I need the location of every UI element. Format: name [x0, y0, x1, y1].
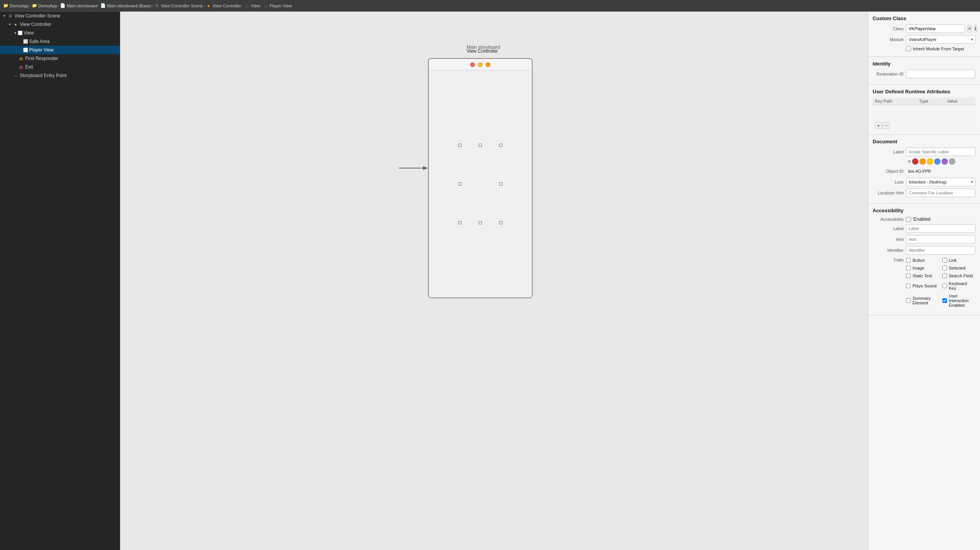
swatch-blue[interactable] [934, 158, 940, 165]
lock-select[interactable]: Inherited - (Nothing) [906, 178, 975, 186]
custom-class-section: Custom Class Class ✕ ℹ Module VideoKitPl… [868, 12, 980, 57]
handle-mr[interactable] [499, 182, 502, 186]
tree-item-exit[interactable]: ▾ ⊗ Exit [0, 63, 120, 71]
inherit-checkbox[interactable] [906, 46, 911, 51]
identity-section: Identity Restoration ID [868, 57, 980, 85]
localizer-hint-input[interactable] [906, 189, 975, 197]
trait-summary-element-checkbox[interactable] [906, 298, 911, 303]
tree-item-first-responder[interactable]: ▾ ⊛ First Responder [0, 54, 120, 63]
trait-keyboard-key-checkbox[interactable] [942, 284, 947, 288]
breadcrumb-item-4[interactable]: ⊞ View Controller Scene [154, 3, 203, 9]
breadcrumb-sep-6: › [261, 3, 262, 8]
trait-image: Image [906, 266, 939, 270]
view-icon-0: □ [244, 3, 250, 9]
trait-static-text-checkbox[interactable] [906, 273, 911, 278]
traffic-red [470, 62, 475, 67]
user-defined-section: User Defined Runtime Attributes Key Path… [868, 85, 980, 135]
breadcrumb-label-0: DemoApp [10, 3, 29, 8]
breadcrumb-item-1[interactable]: 📁 DemoApp [32, 3, 57, 9]
identity-title: Identity [873, 61, 975, 67]
iphone-frame[interactable] [428, 58, 533, 298]
breadcrumb-item-0[interactable]: 📁 DemoApp [3, 3, 29, 9]
handle-tl[interactable] [458, 144, 461, 147]
doc-label-input[interactable] [906, 148, 975, 156]
acc-label-row: Label [873, 224, 975, 233]
breadcrumb-item-3[interactable]: 📄 Main.storyboard (Base) [100, 3, 151, 9]
tree-item-entry-point[interactable]: ▾ → Storyboard Entry Point [0, 71, 120, 80]
entry-arrow [399, 165, 428, 172]
add-attribute-btn[interactable]: + [875, 122, 882, 129]
trait-keyboard-key: Keyboard Key [942, 281, 976, 290]
class-info-btn[interactable]: ℹ [974, 25, 977, 33]
swatch-gray[interactable] [949, 158, 955, 165]
col-key-path: Key Path [873, 98, 917, 105]
acc-identifier-input[interactable] [906, 246, 975, 254]
handle-bm[interactable] [479, 221, 482, 224]
trait-user-interaction-checkbox[interactable] [942, 298, 947, 303]
trait-button: Button [906, 258, 939, 263]
breadcrumb-sep-4: › [204, 3, 205, 8]
swatch-red[interactable] [912, 158, 918, 165]
table-add-remove: + − [873, 120, 975, 131]
accessibility-field-label: Accessibility [873, 217, 904, 222]
swatch-yellow[interactable] [927, 158, 933, 165]
acc-hint-input[interactable] [906, 235, 975, 244]
trait-search-field-checkbox[interactable] [942, 273, 947, 278]
breadcrumb-item-7[interactable]: □ Player View [263, 3, 292, 9]
breadcrumb-label-1: DemoApp [38, 3, 57, 8]
canvas[interactable]: Main storyboard View Controller [120, 12, 868, 550]
trait-search-field: Search Field [942, 273, 976, 278]
trait-search-field-label: Search Field [949, 273, 973, 278]
vc-icon-tree: ● [12, 21, 19, 28]
module-select[interactable]: VideoKitPlayer [906, 35, 975, 44]
breadcrumb-item-5[interactable]: ● View Controller [206, 3, 241, 9]
class-label: Class [873, 26, 904, 31]
acc-identifier-label: Identifier [873, 248, 904, 253]
col-value: Value [945, 98, 975, 105]
breadcrumb-item-2[interactable]: 📄 Main.storyboard [60, 3, 97, 9]
tree-item-view[interactable]: ▾ View [0, 29, 120, 37]
trait-image-checkbox[interactable] [906, 266, 911, 270]
user-defined-title: User Defined Runtime Attributes [873, 89, 975, 95]
handle-br[interactable] [499, 221, 502, 224]
trait-plays-sound: Plays Sound [906, 281, 939, 290]
arrow-svg [399, 165, 428, 172]
trait-button-checkbox[interactable] [906, 258, 911, 263]
empty-cell2 [917, 105, 945, 120]
storyboard-icon-1: 📄 [100, 3, 106, 9]
accessibility-enabled-label: Enabled [913, 217, 930, 222]
accessibility-enabled-row: Accessibility Enabled [873, 217, 975, 222]
restoration-id-input[interactable] [906, 70, 975, 78]
breadcrumb-sep-5: › [242, 3, 243, 8]
tree-item-vc[interactable]: ▾ ● View Controller [0, 20, 120, 29]
localizer-hint-label: Localizer Hint [873, 191, 904, 195]
handle-ml[interactable] [458, 182, 461, 186]
main-layout: ▾ ⊞ View Controller Scene ▾ ● View Contr… [0, 12, 980, 550]
trait-plays-sound-checkbox[interactable] [906, 284, 911, 288]
tree-item-player-view[interactable]: ▾ Player View [0, 46, 120, 54]
remove-attribute-btn[interactable]: − [883, 122, 890, 129]
swatch-orange[interactable] [920, 158, 926, 165]
tree-item-safe-area[interactable]: ▾ Safe Area [0, 37, 120, 46]
class-input[interactable] [906, 24, 965, 33]
acc-hint-row: Hint [873, 235, 975, 244]
empty-cell [873, 105, 917, 120]
lock-select-wrapper: Inherited - (Nothing) ▼ [906, 178, 975, 186]
swatch-clear[interactable]: ✕ [906, 158, 912, 165]
svg-marker-1 [423, 166, 428, 170]
acc-label-input[interactable] [906, 224, 975, 233]
class-clear-btn[interactable]: ✕ [967, 25, 972, 33]
trait-selected-checkbox[interactable] [942, 266, 947, 270]
breadcrumb-item-6[interactable]: □ View [244, 3, 260, 9]
tree-item-vc-scene[interactable]: ▾ ⊞ View Controller Scene [0, 12, 120, 20]
localizer-hint-row: Localizer Hint [873, 189, 975, 197]
handle-tm[interactable] [479, 144, 482, 147]
accessibility-title: Accessibility [873, 208, 975, 213]
trait-link-checkbox[interactable] [942, 258, 947, 263]
traits-row: Traits Button Link [873, 257, 975, 309]
handle-tr[interactable] [499, 144, 502, 147]
handle-bl[interactable] [458, 221, 461, 224]
right-panel: Custom Class Class ✕ ℹ Module VideoKitPl… [868, 12, 980, 550]
accessibility-enabled-checkbox[interactable] [906, 217, 911, 222]
swatch-purple[interactable] [942, 158, 948, 165]
